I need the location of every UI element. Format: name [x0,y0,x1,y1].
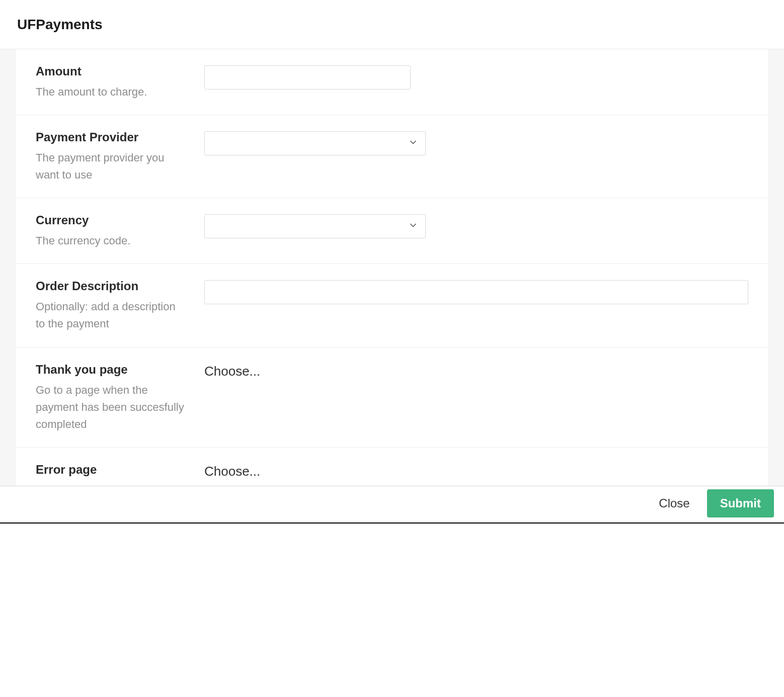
order-description-label: Order Description [36,279,186,293]
submit-button[interactable]: Submit [707,489,774,517]
currency-label: Currency [36,213,186,227]
thankyou-label: Thank you page [36,363,186,377]
row-amount: Amount The amount to charge. [16,49,768,115]
form-panel: Amount The amount to charge. Payment Pro… [15,49,769,486]
control-col [204,130,748,155]
errorpage-label: Error page [36,463,186,477]
order-description-desc: Optionally: add a description to the pay… [36,298,186,332]
control-col [204,64,748,90]
row-thankyou-page: Thank you page Go to a page when the pay… [16,347,768,448]
amount-input[interactable] [204,65,411,90]
dialog-header: UFPayments [0,0,784,49]
amount-desc: The amount to charge. [36,83,186,101]
control-col [204,213,748,238]
payment-provider-select[interactable] [204,131,426,155]
currency-desc: The currency code. [36,232,186,249]
label-col: Error page Go to a page when the payment… [36,463,204,486]
chevron-down-icon [408,137,418,150]
provider-label: Payment Provider [36,130,186,144]
thankyou-desc: Go to a page when the payment has been s… [36,382,186,433]
error-page-picker[interactable]: Choose... [204,463,260,479]
control-col [204,279,748,304]
control-col: Choose... [204,463,748,479]
amount-label: Amount [36,64,186,78]
errorpage-desc: Go to a page when the payment has not be… [36,482,186,486]
control-col: Choose... [204,363,748,379]
chevron-down-icon [408,220,418,233]
currency-select[interactable] [204,214,426,238]
provider-desc: The payment provider you want to use [36,149,186,184]
label-col: Order Description Optionally: add a desc… [36,279,204,332]
row-payment-provider: Payment Provider The payment provider yo… [16,115,768,198]
order-description-input[interactable] [204,280,748,304]
row-order-description: Order Description Optionally: add a desc… [16,264,768,347]
dialog-footer: Close Submit [0,486,784,524]
label-col: Amount The amount to charge. [36,64,204,101]
thankyou-page-picker[interactable]: Choose... [204,363,260,379]
label-col: Payment Provider The payment provider yo… [36,130,204,184]
row-currency: Currency The currency code. [16,198,768,264]
close-button[interactable]: Close [655,491,693,515]
dialog-title: UFPayments [17,17,103,33]
dialog-body-outer: Amount The amount to charge. Payment Pro… [0,49,784,486]
row-error-page: Error page Go to a page when the payment… [16,448,768,486]
label-col: Currency The currency code. [36,213,204,249]
label-col: Thank you page Go to a page when the pay… [36,363,204,433]
